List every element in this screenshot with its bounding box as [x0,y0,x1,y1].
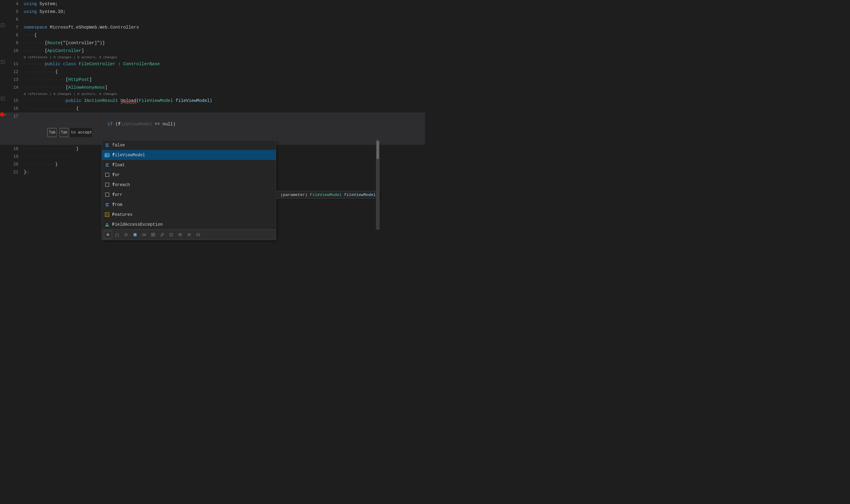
line-number-4: 4 [6,0,22,8]
gutter-11: − [0,60,6,64]
attr-route: Route [47,40,60,46]
line-number-5: 5 [6,8,22,16]
keyword-class: class [63,61,76,67]
autocomplete-item-fileviewmodel[interactable]: fileViewModel [102,150,276,160]
autocomplete-item-foreach[interactable]: foreach [102,180,276,190]
line-content-4: using System; [22,0,425,8]
typed-f: f [118,122,121,127]
autocomplete-item-for[interactable]: for [102,170,276,180]
line-number-15: 15 [6,97,22,105]
param-fileviewmodel: fileViewModel) [173,98,212,103]
line-5: 5 using System.IO; [0,8,425,16]
autocomplete-scrollbar[interactable] [376,140,380,230]
line-number-14: 14 [6,84,22,91]
line-7: − 7 namespace Microsoft.eShopWeb.Web.Con… [0,23,425,31]
variable-icon-svg [105,153,109,158]
keyword-namespace: namespace [24,25,47,30]
collapse-icon-11[interactable]: − [1,60,4,64]
keyword-using-4: using [24,1,37,6]
svg-rect-18 [197,234,200,236]
param-info-tooltip: (parameter) FileViewModel fileViewModel [277,191,380,199]
line-number-10: 10 [6,47,22,55]
line-number-19: 19 [6,153,22,161]
line-content-5: using System.IO; [22,8,425,16]
autocomplete-item-fieldaccessexception[interactable]: FieldAccessException [102,219,276,229]
footer-icon-braces[interactable]: {} [113,231,121,239]
ac-label-float: float [112,163,273,167]
autocomplete-footer: ⊞ {} [102,229,276,240]
autocomplete-item-forr[interactable]: forr [102,190,276,200]
svg-rect-9 [134,233,137,236]
footer-icon-cube[interactable] [167,231,175,239]
line-content-8: ····{ [22,31,425,39]
line-6: 6 [0,16,425,23]
ghost-fileviewmodel: ileViewModel [121,122,152,127]
footer-icon-diamond[interactable] [122,231,130,239]
footer-icon-grid[interactable]: ⊞ [104,231,112,239]
footer-icon-lines[interactable] [185,231,193,239]
line-number-8: 8 [6,31,22,39]
hint-10: 0 references | 0 changes | 0 authors, 0 … [24,55,425,60]
svg-text:!: ! [5,114,5,115]
line-number-11: 11 [6,60,22,68]
line-8: 8 ····{ [0,31,425,39]
line-number-12: 12 [6,68,22,76]
line-content-9: ········[Route("[controller]")] [22,39,425,47]
tab-key-1: Tab [47,128,57,137]
type-fileviewmodel-param: FileViewModel [139,98,173,103]
footer-icon-circles[interactable] [140,231,148,239]
line-4: 4 using System; [0,0,425,8]
exception-icon-fieldaccessexception [104,222,110,227]
ac-label-from: from [112,202,273,207]
snippet-icon-forr [104,192,110,197]
autocomplete-item-features[interactable]: {} Features [102,210,276,219]
autocomplete-scrollbar-thumb [377,141,379,159]
attr-apicontroller: ApiController [47,48,81,53]
attr-httppost: HttpPost [68,77,89,82]
ac-label-fieldaccessexception: FieldAccessException [112,222,273,227]
line-content-12: ············{ [22,68,425,76]
footer-icon-layers[interactable] [176,231,185,239]
exception-icon-svg [105,222,109,227]
footer-icon-stack[interactable] [149,231,157,239]
snippet-icon-foreach [104,182,110,187]
text-4: System; [37,1,58,6]
autocomplete-item-from[interactable]: from [102,200,276,210]
gutter-15: − [0,97,6,101]
line-number-13: 13 [6,76,22,84]
param-var-name: fileViewModel [344,193,376,197]
line-content-10: ········[ApiController] [22,47,425,55]
svg-point-10 [142,234,144,236]
collapse-icon-7[interactable]: − [1,23,4,27]
autocomplete-scrollbar-area: ⊞ {} [102,229,276,240]
line-number-16: 16 [6,105,22,112]
ac-label-fileviewmodel: fileViewModel [112,153,273,158]
autocomplete-item-false[interactable]: false [102,140,276,150]
breakpoint-17[interactable] [0,112,4,116]
line-number-20: 20 [6,161,22,168]
keyword-icon-float [104,162,110,168]
variable-icon-fileviewmodel [104,152,110,158]
collapse-icon-15[interactable]: − [1,97,4,101]
param-type-name: FileViewModel [310,193,341,197]
footer-icon-rect[interactable] [194,231,203,239]
svg-rect-12 [152,233,155,234]
autocomplete-item-float[interactable]: float [102,160,276,170]
line-16: 16 ····················{ [0,105,425,112]
tab-accept-text: to accept [71,129,92,137]
line-content-15: ················public IActionResult Upl… [22,97,425,105]
keyword-public-11: public [45,61,60,67]
line-15: − 15 ················public IActionResul… [0,97,425,105]
footer-icon-wrench[interactable] [158,231,166,239]
svg-rect-13 [152,235,155,236]
line-number-17: 17 [6,112,22,120]
ac-label-foreach: foreach [112,182,273,187]
editor-container: 4 using System; 5 using System.IO; 6 − 7… [0,0,425,252]
line-content-7: namespace Microsoft.eShopWeb.Web.Control… [22,23,425,31]
ac-label-for: for [112,173,273,177]
snippet-icon-for [104,172,110,178]
line-number-9: 9 [6,39,22,47]
autocomplete-list: false fileViewModel [102,140,276,240]
ac-label-false: false [112,143,273,147]
footer-icon-square-filled[interactable] [131,231,139,239]
